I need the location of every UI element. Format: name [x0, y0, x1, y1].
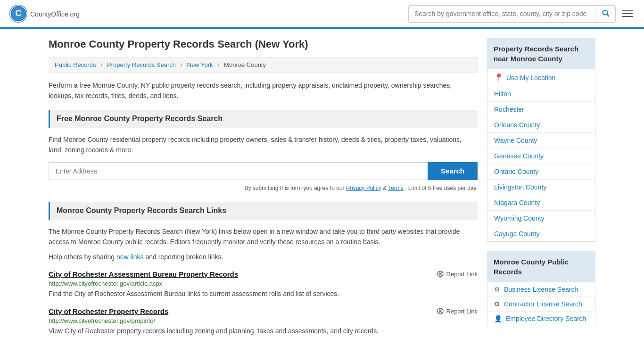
links-section-description: The Monroe County Property Records Searc… — [49, 226, 478, 247]
business-license-search-link[interactable]: Business License Search — [504, 286, 578, 293]
record-link-title-1: City of Rochester Assessment Bureau Prop… — [49, 270, 478, 278]
svg-line-5 — [607, 14, 609, 16]
breadcrumb-sep-3: › — [217, 61, 219, 68]
free-search-description: Find Monroe County residential property … — [49, 134, 478, 156]
report-link-label-2: Report Link — [446, 308, 478, 315]
sidebar-item-hilton[interactable]: Hilton — [487, 86, 595, 102]
sidebar-public-records-header: Monroe County Public Records — [487, 251, 595, 282]
header: C CountyOffice.org — [0, 0, 644, 29]
use-my-location-link[interactable]: Use My Location — [506, 74, 555, 82]
person-icon-employee: 👤 — [494, 315, 502, 322]
main-container: Monroe County Property Records Search (N… — [39, 29, 605, 355]
sidebar-item-orleans-county[interactable]: Orleans County — [487, 117, 595, 133]
hamburger-line-3 — [622, 16, 633, 17]
free-search-section: Free Monroe County Property Records Sear… — [49, 110, 478, 192]
ontario-county-link[interactable]: Ontario County — [494, 168, 538, 175]
page-description: Perform a free Monroe County, NY public … — [49, 80, 478, 101]
sidebar-pr-business-license[interactable]: ⚙ Business License Search — [487, 282, 595, 297]
record-desc-2: View City of Rochester property records … — [49, 326, 478, 336]
new-links-link[interactable]: new links — [116, 253, 144, 261]
search-icon — [602, 9, 610, 17]
form-note-text: By submitting this form you agree to our — [245, 185, 345, 191]
sidebar-pr-employee-directory[interactable]: 👤 Employee Directory Search — [487, 312, 595, 326]
form-note: By submitting this form you agree to our… — [49, 184, 478, 192]
report-icon-1 — [437, 270, 444, 278]
logo-org: .org — [68, 10, 80, 18]
sidebar-public-records-section: Monroe County Public Records ⚙ Business … — [487, 251, 595, 326]
header-right — [408, 5, 635, 23]
sidebar-item-niagara-county[interactable]: Niagara County — [487, 195, 595, 211]
logo-brand: CountyOffice — [30, 10, 68, 18]
header-search-bar — [408, 5, 616, 23]
sidebar-item-wyoming-county[interactable]: Wyoming County — [487, 211, 595, 226]
record-url-2: http://www.cityofrochester.gov/propinfo/ — [49, 317, 478, 324]
record-link-anchor-1[interactable]: City of Rochester Assessment Bureau Prop… — [49, 270, 238, 278]
terms-link[interactable]: Terms — [388, 185, 404, 191]
form-note-and: & — [383, 185, 388, 191]
employee-directory-search-link[interactable]: Employee Directory Search — [506, 315, 586, 322]
sidebar-item-genesee-county[interactable]: Genesee County — [487, 148, 595, 164]
hamburger-line-1 — [622, 10, 633, 11]
logo-text: CountyOffice.org — [30, 9, 80, 19]
sidebar-nearby-section: Property Records Search near Monroe Coun… — [487, 38, 595, 242]
record-link-item-2: City of Rochester Property Records Repor… — [49, 307, 478, 336]
rochester-link[interactable]: Rochester — [494, 106, 524, 113]
sidebar-nearby-list: 📍 Use My Location Hilton Rochester Orlea… — [487, 69, 595, 242]
header-search-input[interactable] — [409, 6, 596, 21]
privacy-policy-link[interactable]: Privacy Policy — [346, 185, 381, 191]
header-search-button[interactable] — [596, 6, 615, 22]
wyoming-county-link[interactable]: Wyoming County — [494, 214, 544, 222]
address-search-button[interactable]: Search — [428, 162, 478, 180]
gear-icon-contractor: ⚙ — [494, 300, 500, 308]
sidebar-nearby-header: Property Records Search near Monroe Coun… — [487, 38, 595, 69]
report-link-1[interactable]: Report Link — [437, 270, 478, 278]
contractor-license-search-link[interactable]: Contractor License Search — [504, 300, 582, 308]
orleans-county-link[interactable]: Orleans County — [494, 121, 540, 129]
links-section-header: Monroe County Property Records Search Li… — [49, 202, 478, 220]
niagara-county-link[interactable]: Niagara County — [494, 199, 540, 206]
report-icon-2 — [437, 307, 444, 315]
genesee-county-link[interactable]: Genesee County — [494, 152, 544, 160]
address-form: Search — [49, 162, 478, 180]
breadcrumb-property-records-search[interactable]: Property Records Search — [107, 61, 176, 68]
breadcrumb-new-york[interactable]: New York — [187, 61, 213, 68]
svg-text:C: C — [16, 8, 22, 18]
cayuga-county-link[interactable]: Cayuga County — [494, 230, 540, 238]
logo-area: C CountyOffice.org — [9, 5, 80, 23]
sidebar-item-livingston-county[interactable]: Livingston County — [487, 180, 595, 195]
sidebar-item-ontario-county[interactable]: Ontario County — [487, 164, 595, 180]
wayne-county-link[interactable]: Wayne County — [494, 137, 537, 144]
sidebar-item-cayuga-county[interactable]: Cayuga County — [487, 226, 595, 241]
free-search-header: Free Monroe County Property Records Sear… — [49, 110, 478, 128]
gear-icon-business: ⚙ — [494, 286, 500, 293]
record-url-1: http://www.cityofrochester.gov/article.a… — [49, 280, 478, 287]
record-link-anchor-2[interactable]: City of Rochester Property Records — [49, 307, 168, 315]
breadcrumb: Public Records › Property Records Search… — [49, 57, 478, 73]
content-area: Monroe County Property Records Search (N… — [49, 38, 478, 346]
sidebar-public-records-list: ⚙ Business License Search ⚙ Contractor L… — [487, 282, 595, 326]
breadcrumb-current: Monroe County — [224, 61, 266, 68]
sharing-text: Help others by sharing new links and rep… — [49, 252, 478, 262]
livingston-county-link[interactable]: Livingston County — [494, 183, 546, 191]
report-link-2[interactable]: Report Link — [437, 307, 478, 315]
sidebar-item-wayne-county[interactable]: Wayne County — [487, 133, 595, 148]
breadcrumb-public-records[interactable]: Public Records — [55, 61, 96, 68]
hilton-link[interactable]: Hilton — [494, 90, 511, 98]
logo-icon: C — [9, 5, 27, 23]
sidebar: Property Records Search near Monroe Coun… — [487, 38, 595, 346]
page-title: Monroe County Property Records Search (N… — [49, 38, 478, 50]
hamburger-menu-button[interactable] — [620, 8, 635, 19]
sidebar-pr-contractor-license[interactable]: ⚙ Contractor License Search — [487, 297, 595, 312]
breadcrumb-sep-1: › — [100, 61, 102, 68]
sidebar-item-rochester[interactable]: Rochester — [487, 102, 595, 117]
record-desc-1: Find the City of Rochester Assessment Bu… — [49, 289, 478, 299]
record-link-item-1: City of Rochester Assessment Bureau Prop… — [49, 270, 478, 299]
address-input[interactable] — [49, 162, 428, 180]
record-link-title-2: City of Rochester Property Records Repor… — [49, 307, 478, 315]
links-section: Monroe County Property Records Search Li… — [49, 202, 478, 336]
sharing-suffix: and reporting broken links. — [145, 253, 223, 261]
location-dot-icon: 📍 — [494, 73, 504, 82]
sidebar-use-location[interactable]: 📍 Use My Location — [487, 69, 595, 86]
sharing-prefix: Help others by sharing — [49, 253, 115, 261]
report-link-label-1: Report Link — [446, 271, 478, 278]
